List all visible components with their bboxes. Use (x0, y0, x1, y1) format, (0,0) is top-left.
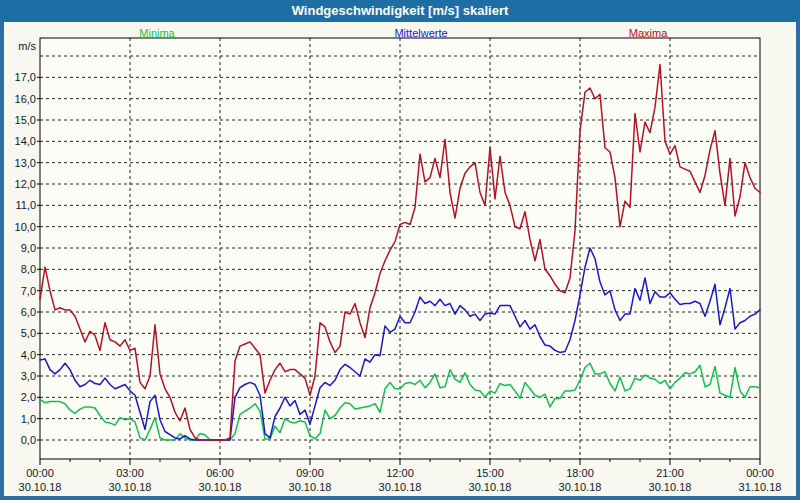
legend-item-maxima: Maxima (629, 27, 668, 39)
svg-text:15,0: 15,0 (15, 114, 36, 126)
svg-text:17,0: 17,0 (15, 71, 36, 83)
svg-text:8,0: 8,0 (21, 263, 36, 275)
svg-text:30.10.18: 30.10.18 (379, 481, 422, 493)
svg-text:6,0: 6,0 (21, 306, 36, 318)
svg-text:1,0: 1,0 (21, 413, 36, 425)
wind-speed-chart: 0,01,02,03,04,05,06,07,08,09,010,011,012… (0, 0, 800, 500)
svg-text:30.10.18: 30.10.18 (469, 481, 512, 493)
svg-text:13,0: 13,0 (15, 157, 36, 169)
svg-text:9,0: 9,0 (21, 242, 36, 254)
svg-text:00:00: 00:00 (746, 467, 774, 479)
svg-text:12,0: 12,0 (15, 178, 36, 190)
svg-text:11,0: 11,0 (15, 199, 36, 211)
svg-text:30.10.18: 30.10.18 (109, 481, 152, 493)
svg-text:14,0: 14,0 (15, 135, 36, 147)
chart-window: Windgeschwindigkeit [m/s] skaliert Minim… (0, 0, 800, 500)
svg-text:18:00: 18:00 (566, 467, 594, 479)
svg-text:30.10.18: 30.10.18 (19, 481, 62, 493)
svg-text:30.10.18: 30.10.18 (559, 481, 602, 493)
svg-text:3,0: 3,0 (21, 370, 36, 382)
window-border-right (796, 22, 800, 500)
svg-text:15:00: 15:00 (476, 467, 504, 479)
y-axis-unit-label: m/s (18, 40, 36, 52)
x-axis-labels: 00:0030.10.1803:0030.10.1806:0030.10.180… (19, 467, 782, 493)
svg-text:12:00: 12:00 (386, 467, 414, 479)
svg-text:0,0: 0,0 (21, 434, 36, 446)
svg-text:03:00: 03:00 (116, 467, 144, 479)
svg-text:16,0: 16,0 (15, 93, 36, 105)
window-border-left (0, 22, 4, 500)
svg-text:30.10.18: 30.10.18 (289, 481, 332, 493)
svg-text:31.10.18: 31.10.18 (739, 481, 782, 493)
svg-text:4,0: 4,0 (21, 349, 36, 361)
svg-text:30.10.18: 30.10.18 (199, 481, 242, 493)
svg-text:09:00: 09:00 (296, 467, 324, 479)
svg-text:06:00: 06:00 (206, 467, 234, 479)
legend-item-mittelwerte: Mittelwerte (394, 27, 447, 39)
legend-item-minima: Minima (139, 27, 174, 39)
window-border-bottom (0, 496, 800, 500)
svg-text:21:00: 21:00 (656, 467, 684, 479)
svg-text:10,0: 10,0 (15, 221, 36, 233)
window-title: Windgeschwindigkeit [m/s] skaliert (292, 3, 509, 18)
svg-text:5,0: 5,0 (21, 327, 36, 339)
title-bar[interactable]: Windgeschwindigkeit [m/s] skaliert (0, 0, 800, 22)
svg-text:00:00: 00:00 (26, 467, 54, 479)
svg-text:2,0: 2,0 (21, 391, 36, 403)
y-axis-labels: 0,01,02,03,04,05,06,07,08,09,010,011,012… (15, 40, 37, 446)
svg-text:7,0: 7,0 (21, 285, 36, 297)
svg-text:30.10.18: 30.10.18 (649, 481, 692, 493)
